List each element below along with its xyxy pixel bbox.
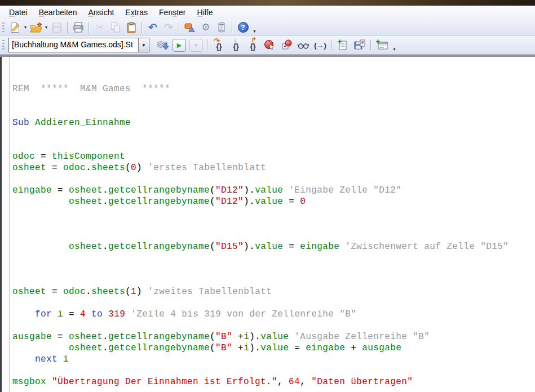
code-line	[12, 297, 535, 309]
menu-ansicht[interactable]: Ansicht	[82, 7, 120, 18]
save-source-button[interactable]	[352, 37, 368, 53]
add-module-button[interactable]	[335, 37, 351, 53]
breakpoint-button[interactable]	[262, 37, 277, 53]
find-parentheses-button[interactable]: (→)	[312, 37, 328, 53]
undo-button[interactable]: ↶	[145, 20, 160, 35]
library-selector-dropdown-button[interactable]: ▼	[138, 38, 149, 52]
new-document-button[interactable]	[8, 20, 23, 35]
step-over-arrow: ↷	[214, 37, 220, 45]
paste-button[interactable]	[124, 20, 139, 35]
compile-icon	[156, 39, 169, 51]
watch-button[interactable]	[295, 37, 311, 53]
compile-button[interactable]	[154, 37, 170, 53]
code-line: osheet.getcellrangebyname("B" +i).value …	[12, 342, 535, 354]
toolbar-separator	[67, 22, 68, 33]
script-scroll-icon	[215, 21, 228, 34]
breakpoint-icon	[263, 39, 276, 51]
help-button[interactable]: ?	[236, 20, 250, 35]
code-line: odoc = thisComponent	[12, 151, 535, 162]
code-line: osheet = odoc.sheets(0) 'erstes Tabellen…	[12, 162, 535, 173]
redo-button: ↷	[161, 20, 176, 35]
code-line: eingabe = osheet.getcellrangebyname("D12…	[12, 185, 535, 196]
window-titlebar-edge	[0, 0, 535, 6]
help-icon: ?	[238, 22, 249, 33]
macro-script-button[interactable]	[214, 20, 229, 35]
add-module-icon	[337, 39, 349, 51]
code-line	[12, 230, 535, 241]
step-out-button[interactable]: {} ↱	[245, 37, 260, 53]
menu-fenster[interactable]: Fenster	[153, 7, 191, 18]
manage-dialogs-icon	[375, 39, 389, 51]
stop-icon: ■	[189, 39, 203, 52]
step-over-button[interactable]: {} ↷	[211, 37, 227, 53]
find-parentheses-icon: (→)	[314, 41, 326, 50]
run-button[interactable]: ▶	[171, 37, 187, 53]
gallery-button[interactable]	[183, 20, 197, 35]
basic-ide-editor: REM ***** M&M Games ***** Sub Addieren_E…	[0, 56, 535, 392]
undo-icon: ↶	[148, 22, 157, 33]
code-line	[12, 264, 535, 275]
new-dropdown-arrow[interactable]: ▾	[23, 25, 28, 30]
menu-hilfe[interactable]: Hilfe	[192, 7, 219, 18]
code-line: ausgabe = osheet.getcellrangebyname("B" …	[12, 331, 535, 342]
code-line	[12, 387, 535, 392]
printer-icon	[72, 21, 85, 34]
code-line: Sub Addieren_Einnahme	[12, 117, 535, 128]
library-selector-value: [Buchhaltung M&M Games.ods].St	[9, 38, 138, 52]
paste-clipboard-icon	[125, 21, 138, 34]
menu-datei[interactable]: Datei	[3, 7, 33, 18]
chevron-down-icon: ▼	[142, 43, 146, 48]
toolbar-overflow-button[interactable]: ▾	[251, 19, 258, 35]
open-button[interactable]	[29, 20, 43, 35]
menubar: Datei Bearbeiten Ansicht Extras Fenster …	[0, 6, 535, 19]
breakpoint-margin[interactable]	[0, 57, 10, 392]
toolbar-separator	[370, 39, 372, 51]
menu-bearbeiten[interactable]: Bearbeiten	[33, 7, 83, 18]
code-line	[12, 106, 535, 117]
redo-icon: ↷	[164, 22, 173, 33]
settings-button[interactable]: ⚙	[198, 20, 213, 35]
copy-button	[108, 20, 123, 35]
code-line: next i	[12, 354, 535, 365]
code-line	[12, 365, 535, 376]
code-line	[12, 95, 535, 106]
save-floppy-icon	[51, 21, 63, 34]
toolbar-separator	[232, 22, 233, 33]
library-selector[interactable]: [Buchhaltung M&M Games.ods].St ▼	[8, 38, 149, 52]
save-source-icon	[353, 39, 366, 51]
manage-dialogs-button[interactable]	[374, 37, 390, 53]
gallery-icon	[184, 21, 196, 34]
toolbar-grip[interactable]	[2, 23, 5, 33]
gear-icon: ⚙	[201, 23, 210, 32]
step-into-arrow: ↓	[233, 36, 237, 44]
code-line	[12, 128, 535, 140]
copy-icon	[109, 21, 122, 34]
code-lines: REM ***** M&M Games ***** Sub Addieren_E…	[12, 83, 535, 392]
toolbar-separator	[142, 22, 143, 33]
toolbar-separator	[207, 39, 208, 51]
code-line	[12, 207, 535, 219]
code-line	[12, 320, 535, 331]
toolbar-grip[interactable]	[2, 40, 5, 50]
manage-breakpoints-icon	[280, 39, 293, 51]
menu-extras[interactable]: Extras	[120, 7, 153, 18]
code-line	[12, 219, 535, 230]
code-line: msgbox "Übertragung Der Einnahmen ist Er…	[12, 376, 535, 387]
save-button	[50, 20, 64, 35]
code-line: osheet.getcellrangebyname("D15").value =…	[12, 241, 535, 252]
open-folder-icon	[29, 21, 43, 34]
macro-toolbar-overflow-button[interactable]: ▾	[391, 37, 398, 54]
code-line: REM ***** M&M Games *****	[12, 83, 535, 95]
code-line	[12, 275, 535, 286]
open-dropdown-arrow[interactable]: ▾	[43, 25, 49, 30]
standard-toolbar: ▾ ▾ ✂ ↶ ↷ ⚙ ? ▾	[0, 19, 535, 35]
code-editor[interactable]: REM ***** M&M Games ***** Sub Addieren_E…	[10, 57, 535, 392]
code-line: osheet.getcellrangebyname("D12").value =…	[12, 196, 535, 207]
manage-breakpoints-button[interactable]	[278, 37, 294, 53]
code-line	[12, 173, 535, 185]
code-line: osheet = odoc.sheets(1) 'zweites Tabelle…	[12, 286, 535, 297]
step-out-arrow: ↱	[251, 36, 257, 44]
step-into-button[interactable]: {} ↓	[228, 37, 244, 53]
print-button[interactable]	[71, 20, 86, 35]
code-line	[12, 252, 535, 264]
